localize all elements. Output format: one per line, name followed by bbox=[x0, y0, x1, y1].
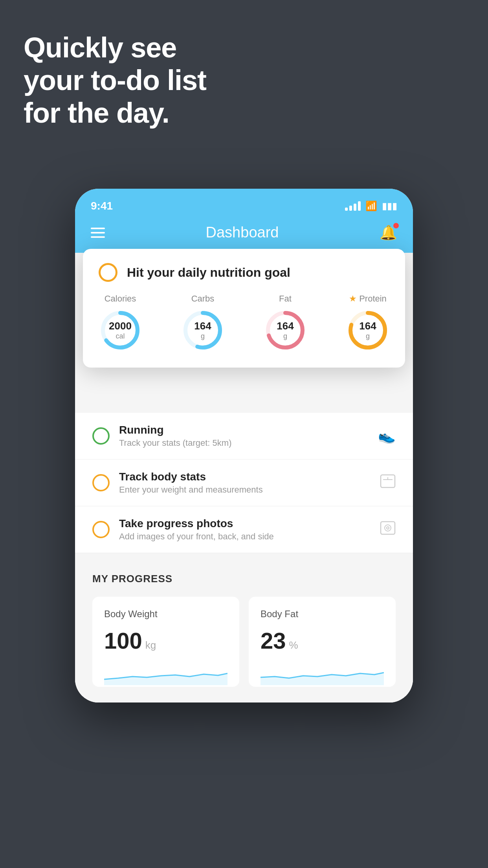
header-title: Dashboard bbox=[206, 224, 279, 241]
hero-line3: for the day. bbox=[24, 97, 206, 129]
progress-header: MY PROGRESS bbox=[92, 573, 396, 585]
card-title-row: Hit your daily nutrition goal bbox=[99, 263, 389, 282]
body-weight-sparkline bbox=[104, 662, 227, 685]
hamburger-line bbox=[91, 228, 105, 229]
hero-line2: your to-do list bbox=[24, 64, 206, 97]
todo-item-body-stats[interactable]: Track body stats Enter your weight and m… bbox=[75, 460, 413, 506]
body-fat-value-row: 23 % bbox=[261, 627, 384, 654]
hamburger-line bbox=[91, 236, 105, 238]
body-weight-number: 100 bbox=[104, 627, 142, 654]
body-stats-text: Track body stats Enter your weight and m… bbox=[119, 471, 371, 495]
photos-check[interactable] bbox=[92, 521, 110, 538]
running-text: Running Track your stats (target: 5km) bbox=[119, 424, 369, 448]
body-stats-desc: Enter your weight and measurements bbox=[119, 485, 371, 495]
status-time: 9:41 bbox=[91, 200, 113, 212]
shoe-icon: 👟 bbox=[378, 428, 396, 444]
body-weight-card[interactable]: Body Weight 100 kg bbox=[92, 597, 239, 687]
protein-label-row: ★ Protein bbox=[349, 294, 387, 304]
nutrition-calories: Calories 2000 cal bbox=[99, 294, 142, 352]
body-weight-unit: kg bbox=[145, 639, 156, 651]
notification-button[interactable]: 🔔 bbox=[380, 224, 397, 241]
card-title: Hit your daily nutrition goal bbox=[127, 265, 290, 280]
body-fat-unit: % bbox=[289, 639, 298, 651]
calories-ring: 2000 cal bbox=[99, 309, 142, 352]
svg-point-12 bbox=[385, 525, 391, 531]
body-weight-value-row: 100 kg bbox=[104, 627, 227, 654]
app-content: THINGS TO DO TODAY Hit your daily nutrit… bbox=[75, 253, 413, 702]
progress-section: MY PROGRESS Body Weight 100 kg B bbox=[75, 553, 413, 702]
hero-text: Quickly see your to-do list for the day. bbox=[24, 31, 206, 129]
nutrition-card: Hit your daily nutrition goal Calories 2… bbox=[83, 249, 405, 368]
body-stats-title: Track body stats bbox=[119, 471, 371, 483]
nutrition-protein: ★ Protein 164 g bbox=[346, 294, 389, 352]
carbs-label: Carbs bbox=[191, 294, 215, 304]
hero-line1: Quickly see bbox=[24, 31, 206, 64]
body-stats-check[interactable] bbox=[92, 474, 110, 491]
photos-title: Take progress photos bbox=[119, 517, 371, 530]
photo-icon bbox=[380, 521, 396, 539]
scale-icon bbox=[380, 474, 396, 492]
progress-cards: Body Weight 100 kg Body Fat 23 % bbox=[92, 597, 396, 687]
todo-item-running[interactable]: Running Track your stats (target: 5km) 👟 bbox=[75, 413, 413, 460]
status-icons: 📶 ▮▮▮ bbox=[345, 200, 397, 211]
svg-point-13 bbox=[387, 527, 389, 529]
running-desc: Track your stats (target: 5km) bbox=[119, 438, 369, 448]
wifi-icon: 📶 bbox=[365, 200, 377, 211]
protein-value: 164 g bbox=[359, 320, 376, 340]
body-fat-title: Body Fat bbox=[261, 609, 384, 620]
hamburger-line bbox=[91, 232, 105, 234]
phone-mockup: 9:41 📶 ▮▮▮ Dashboard 🔔 THINGS TO D bbox=[75, 189, 413, 702]
notification-dot bbox=[393, 223, 399, 228]
svg-rect-11 bbox=[381, 522, 395, 534]
body-fat-sparkline bbox=[261, 662, 384, 685]
fat-value: 164 g bbox=[277, 320, 294, 340]
app-header: Dashboard 🔔 bbox=[75, 216, 413, 253]
running-check[interactable] bbox=[92, 427, 110, 445]
carbs-value: 164 g bbox=[194, 320, 211, 340]
menu-button[interactable] bbox=[91, 228, 105, 238]
body-fat-card[interactable]: Body Fat 23 % bbox=[249, 597, 396, 687]
carbs-ring: 164 g bbox=[181, 309, 224, 352]
running-title: Running bbox=[119, 424, 369, 436]
fat-ring: 164 g bbox=[264, 309, 307, 352]
svg-rect-8 bbox=[381, 475, 395, 487]
calories-value: 2000 cal bbox=[109, 320, 132, 340]
protein-ring: 164 g bbox=[346, 309, 389, 352]
task-check-circle[interactable] bbox=[99, 263, 117, 282]
todo-list: Running Track your stats (target: 5km) 👟… bbox=[75, 413, 413, 553]
body-weight-title: Body Weight bbox=[104, 609, 227, 620]
photos-desc: Add images of your front, back, and side bbox=[119, 531, 371, 542]
nutrition-carbs: Carbs 164 g bbox=[181, 294, 224, 352]
body-fat-number: 23 bbox=[261, 627, 286, 654]
star-icon: ★ bbox=[349, 294, 357, 304]
status-bar: 9:41 📶 ▮▮▮ bbox=[75, 189, 413, 216]
photos-text: Take progress photos Add images of your … bbox=[119, 517, 371, 542]
calories-label: Calories bbox=[105, 294, 136, 304]
nutrition-fat: Fat 164 g bbox=[264, 294, 307, 352]
signal-icon bbox=[345, 201, 361, 211]
protein-label: Protein bbox=[359, 294, 387, 304]
nutrition-grid: Calories 2000 cal Carbs bbox=[99, 294, 389, 352]
todo-item-photos[interactable]: Take progress photos Add images of your … bbox=[75, 506, 413, 553]
battery-icon: ▮▮▮ bbox=[382, 200, 397, 211]
fat-label: Fat bbox=[279, 294, 292, 304]
